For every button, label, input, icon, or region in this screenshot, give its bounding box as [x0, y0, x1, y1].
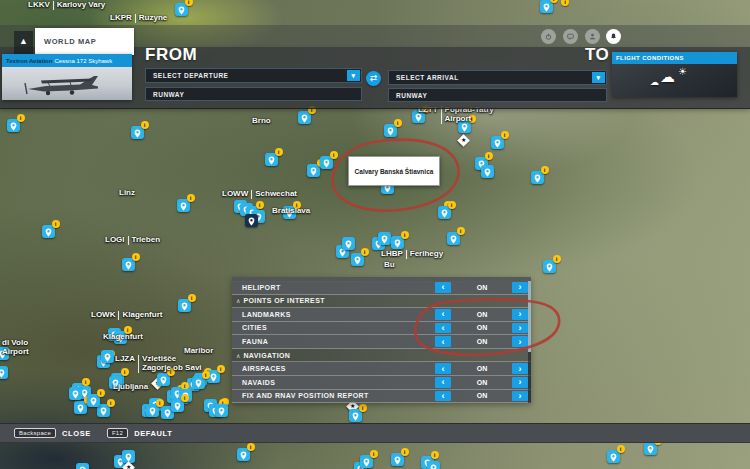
aircraft-maker: Textron Aviation: [6, 58, 52, 64]
airport-label: LJZAVzletišče Zagorje ob Savi: [115, 355, 206, 373]
aircraft-card[interactable]: Textron Aviation Cessna 172 Skyhawk: [2, 54, 132, 100]
toggle-left-chevron-icon[interactable]: ‹: [435, 377, 451, 388]
footer-bar: Backspace CLOSE F12 DEFAULT: [0, 423, 750, 443]
filter-section-header[interactable]: ∧POINTS OF INTEREST: [232, 295, 531, 309]
filter-row-fix-and-rnav-position-report: FIX AND RNAV POSITION REPORT‹ON›: [232, 390, 531, 404]
select-departure-dropdown[interactable]: SELECT DEPARTURE ▾: [145, 68, 362, 83]
cloud-icon: ☁: [660, 68, 675, 86]
toggle-right-chevron-icon[interactable]: ›: [512, 282, 528, 293]
profile-icon[interactable]: [585, 29, 600, 44]
aircraft-title: Textron Aviation Cessna 172 Skyhawk: [2, 54, 132, 67]
toggle-value: ON: [456, 392, 508, 399]
flight-conditions-panel[interactable]: FLIGHT CONDITIONS ☀ ☁ ☁: [612, 52, 737, 97]
filter-row-cities: CITIES‹ON›: [232, 322, 531, 336]
filter-label: CITIES: [242, 324, 267, 331]
filter-row-airspaces: AIRSPACES‹ON›: [232, 362, 531, 376]
toggle-value: ON: [456, 311, 508, 318]
airport-label: LOGITrieben: [105, 236, 160, 245]
map-filters-panel: HELIPORT‹ON›∧POINTS OF INTERESTLANDMARKS…: [232, 277, 531, 403]
filter-label: AIRSPACES: [242, 365, 286, 372]
toggle-right-chevron-icon[interactable]: ›: [512, 336, 528, 347]
select-arrival-dropdown[interactable]: SELECT ARRIVAL ▾: [388, 70, 607, 85]
city-label: Ljubljana: [113, 383, 148, 392]
city-label: Linz: [119, 189, 135, 198]
poi-tooltip: Calvary Banská Štiavnica: [348, 156, 440, 186]
filter-row-navaids: NAVAIDS‹ON›: [232, 376, 531, 390]
airplane-silhouette-icon: [8, 69, 126, 100]
weather-preview: ☀ ☁ ☁: [612, 64, 737, 97]
panel-scrollbar[interactable]: [528, 281, 531, 403]
airport-label: LKPRRuzyne: [110, 14, 167, 23]
from-title: FROM: [145, 45, 197, 65]
toggle-left-chevron-icon[interactable]: ‹: [435, 282, 451, 293]
toggle-right-chevron-icon[interactable]: ›: [512, 391, 528, 402]
toggle-right-chevron-icon[interactable]: ›: [512, 363, 528, 374]
departure-chevron-down-icon[interactable]: ▾: [347, 70, 360, 81]
airport-label: di Volo Airport: [2, 339, 32, 357]
aircraft-model: Cessna 172 Skyhawk: [54, 58, 112, 64]
arrival-runway-dropdown[interactable]: RUNWAY: [388, 88, 607, 102]
airport-label: LOWKKlagenfurt: [91, 311, 162, 320]
swap-from-to-button[interactable]: ⇄: [366, 71, 381, 86]
toggle-value: ON: [456, 365, 508, 372]
filter-section-header[interactable]: ∧NAVIGATION: [232, 349, 531, 363]
nav-arrow-icon[interactable]: ▲: [14, 31, 33, 56]
world-map-search-input[interactable]: WORLD MAP: [35, 28, 134, 55]
small-cloud-icon: ☁: [650, 77, 659, 87]
toggle-value: ON: [456, 379, 508, 386]
controller-icon[interactable]: [541, 29, 556, 44]
toggle-right-chevron-icon[interactable]: ›: [512, 309, 528, 320]
filter-label: HELIPORT: [242, 284, 281, 291]
city-label: Bratislava: [272, 207, 310, 216]
toggle-right-chevron-icon[interactable]: ›: [512, 323, 528, 334]
to-title: TO: [585, 45, 605, 65]
filter-row-landmarks: LANDMARKS‹ON›: [232, 308, 531, 322]
toggle-left-chevron-icon[interactable]: ‹: [435, 363, 451, 374]
f12-key-hint: F12: [107, 428, 128, 438]
toggle-value: ON: [456, 284, 508, 291]
backspace-key-hint: Backspace: [14, 428, 56, 438]
filter-label: NAVAIDS: [242, 379, 275, 386]
departure-runway-dropdown[interactable]: RUNWAY: [145, 87, 362, 101]
toggle-right-chevron-icon[interactable]: ›: [512, 377, 528, 388]
chat-icon[interactable]: [563, 29, 578, 44]
toggle-left-chevron-icon[interactable]: ‹: [435, 323, 451, 334]
filter-label: LANDMARKS: [242, 311, 291, 318]
city-label: Brno: [252, 117, 271, 126]
airport-label: LOWWSchwechat: [222, 190, 297, 199]
world-map-screen: iiiiiiiii★iiiiiiiiiiiiiiiiiiiiiiiii★iiii…: [0, 0, 750, 469]
filter-row-heliport: HELIPORT‹ON›: [232, 281, 531, 295]
city-label: Bu: [384, 261, 395, 270]
select-arrival-label: SELECT ARRIVAL: [396, 74, 459, 81]
toggle-value: ON: [456, 338, 508, 345]
sun-icon: ☀: [678, 66, 687, 77]
arrival-runway-label: RUNWAY: [396, 92, 427, 99]
arrival-chevron-down-icon[interactable]: ▾: [592, 72, 605, 83]
filter-label: FIX AND RNAV POSITION REPORT: [242, 392, 369, 399]
bell-icon[interactable]: [606, 29, 621, 44]
toggle-left-chevron-icon[interactable]: ‹: [435, 391, 451, 402]
select-departure-label: SELECT DEPARTURE: [153, 72, 228, 79]
airport-label: LHBPFerihegy: [381, 250, 443, 259]
toggle-value: ON: [456, 324, 508, 331]
flight-conditions-title: FLIGHT CONDITIONS: [612, 52, 737, 64]
collapse-caret-icon: ∧: [236, 352, 240, 359]
city-label: Klagenfurt: [103, 333, 143, 342]
aircraft-photo: [2, 67, 132, 100]
collapse-caret-icon: ∧: [236, 297, 240, 304]
departure-runway-label: RUNWAY: [153, 91, 184, 98]
airport-label: LKKVKarlovy Vary: [28, 1, 105, 10]
toggle-left-chevron-icon[interactable]: ‹: [435, 309, 451, 320]
close-button[interactable]: CLOSE: [62, 429, 91, 438]
filter-row-fauna: FAUNA‹ON›: [232, 335, 531, 349]
filter-label: FAUNA: [242, 338, 268, 345]
default-button[interactable]: DEFAULT: [134, 429, 172, 438]
toggle-left-chevron-icon[interactable]: ‹: [435, 336, 451, 347]
